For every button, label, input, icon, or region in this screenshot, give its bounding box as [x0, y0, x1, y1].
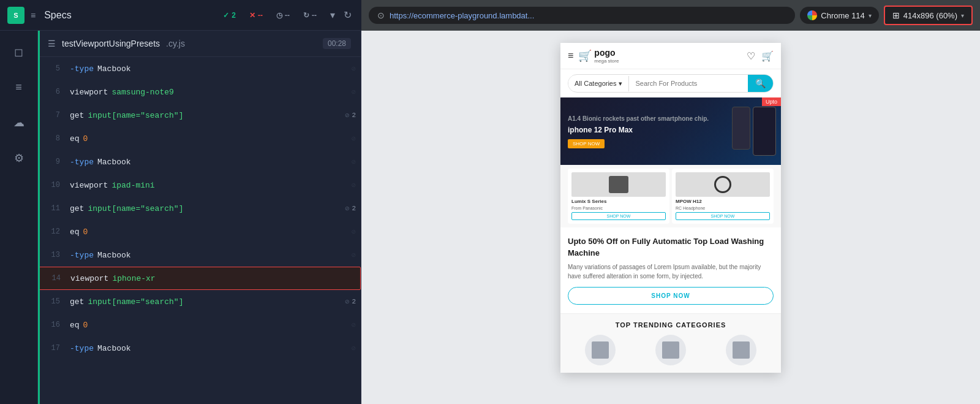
trending-item-2 [638, 335, 704, 365]
mini-card-mpow: MPOW H12 RC Headphone SHOP NOW [672, 169, 774, 224]
code-line-9[interactable]: 9-typeMacbook⊘ [38, 150, 361, 173]
sidebar-icon-settings[interactable]: ⚙ [9, 147, 29, 170]
line-content: eq0 [70, 134, 352, 143]
store-search-bar[interactable]: All Categories ▾ 🔍 [568, 74, 774, 93]
code-token: viewport [70, 181, 108, 190]
code-line-7[interactable]: 7getinput[name="search"]⊘ 2 [38, 104, 361, 127]
line-eye: ⊘ [352, 181, 356, 190]
reload-button[interactable]: ↻ [341, 7, 354, 23]
sidebar-icon-list[interactable]: ≡ [10, 76, 27, 99]
banner-phones [732, 107, 781, 156]
trending-item-3 [708, 335, 774, 365]
sidebar-icon-file[interactable]: ◻ [9, 40, 28, 64]
line-eye: ⊘ [352, 227, 356, 237]
search-button[interactable]: 🔍 [748, 75, 773, 92]
category-label: All Categories [575, 80, 616, 87]
code-line-14[interactable]: 14viewportiphone-xr [38, 267, 361, 290]
hamburger-icon[interactable]: ≡ [31, 10, 36, 20]
trending-section: TOP TRENDING CATEGORIES [560, 313, 781, 373]
mpow-shop-btn[interactable]: SHOP NOW [676, 212, 770, 220]
code-token: 0 [83, 321, 88, 330]
status-badges: ✓ 2 ✕ -- ◷ -- ↻ -- [218, 9, 322, 21]
sidebar-icons: ◻ ≡ ☁ ⚙ [0, 31, 38, 404]
code-line-17[interactable]: 17-typeMacbook⊘ [38, 337, 361, 360]
promo-title: Upto 50% Off on Fully Automatic Top Load… [568, 236, 774, 258]
chrome-icon [807, 10, 817, 20]
banner-product-name: iphone 12 Pro Max [568, 126, 725, 135]
lumix-shop-btn[interactable]: SHOP NOW [571, 212, 666, 220]
browser-chrome: ⊙ https://ecommerce-playground.lambdat..… [361, 0, 980, 31]
code-token: eq [70, 321, 80, 330]
line-number: 10 [38, 181, 60, 189]
code-line-11[interactable]: 11getinput[name="search"]⊘ 2 [38, 197, 361, 220]
code-token: samsung-note9 [111, 88, 173, 97]
url-bar[interactable]: ⊙ https://ecommerce-playground.lambdat..… [369, 7, 795, 24]
trending-circle-2 [655, 335, 686, 365]
pass-badge: ✓ 2 [218, 9, 241, 21]
lumix-sub: From Panasonic [571, 206, 666, 210]
line-number: 15 [38, 297, 60, 306]
viewport-badge[interactable]: ⊞ 414x896 (60%) ▾ [884, 6, 973, 25]
code-token: 0 [83, 227, 88, 237]
line-number: 9 [38, 158, 60, 166]
line-number: 6 [38, 88, 60, 96]
file-timer: 00:28 [323, 38, 351, 49]
line-content: -typeMacbook [70, 64, 352, 74]
code-line-5[interactable]: 5-typeMacbook⊘ [38, 57, 361, 80]
banner-upto-label: Upto [762, 97, 781, 106]
banner-chip-text: A1.4 Bionic rockets past other smartphon… [568, 115, 725, 123]
code-line-10[interactable]: 10viewportipad-mini⊘ [38, 173, 361, 197]
cart-icon: 🛒 [578, 49, 592, 63]
wishlist-icon[interactable]: ♡ [747, 50, 755, 62]
code-token: iphone-xr [112, 274, 155, 283]
code-token: viewport [70, 88, 108, 97]
file-ext: .cy.js [166, 39, 185, 48]
headphone-icon [714, 176, 731, 193]
fail-badge: ✕ -- [244, 9, 268, 21]
line-content: -typeMacbook [70, 344, 352, 353]
line-content: viewportipad-mini [70, 181, 352, 190]
code-line-13[interactable]: 13-typeMacbook⊘ [38, 243, 361, 267]
line-number: 12 [38, 227, 60, 236]
browser-content: ≡ 🛒 pogo mega store ♡ 🛒 All Categories [361, 31, 980, 404]
line-eye: ⊘ [352, 158, 356, 167]
code-line-16[interactable]: 16eq0⊘ [38, 313, 361, 337]
promo-shop-btn[interactable]: SHOP NOW [568, 287, 774, 305]
mpow-brand: MPOW H12 [676, 199, 770, 204]
code-token: input[name="search"] [88, 204, 183, 213]
url-icon: ⊙ [377, 10, 385, 20]
dropdown-button[interactable]: ▾ [328, 7, 337, 23]
trending-icon-1 [592, 341, 609, 359]
app-logo: S [7, 7, 24, 24]
viewport-icon: ⊞ [892, 10, 900, 20]
line-content: viewportiphone-xr [70, 274, 355, 283]
sidebar-icon-bug[interactable]: ☁ [9, 111, 29, 134]
code-token: get [70, 111, 84, 120]
line-eye: ⊘ [352, 134, 356, 143]
code-area: 5-typeMacbook⊘6viewportsamsung-note9⊘7ge… [38, 57, 361, 404]
code-line-8[interactable]: 8eq0⊘ [38, 127, 361, 150]
trending-items [568, 335, 774, 365]
mini-card-lumix: Lumix S Series From Panasonic SHOP NOW [568, 169, 669, 224]
category-dropdown[interactable]: All Categories ▾ [568, 76, 629, 91]
cart-count-icon[interactable]: 🛒 [761, 50, 774, 62]
line-content: getinput[name="search"] [70, 204, 345, 213]
line-content: -typeMacbook [70, 251, 352, 260]
code-line-6[interactable]: 6viewportsamsung-note9⊘ [38, 80, 361, 104]
store-banner: Upto A1.4 Bionic rockets past other smar… [560, 97, 781, 165]
line-content: viewportsamsung-note9 [70, 88, 352, 97]
line-content: getinput[name="search"] [70, 297, 345, 307]
banner-shop-btn[interactable]: SHOP NOW [568, 139, 605, 148]
top-bar-actions: ▾ ↻ [328, 7, 354, 23]
store-logo-text: pogo mega store [594, 48, 619, 64]
line-number: 14 [39, 274, 61, 283]
search-input[interactable] [629, 76, 748, 91]
code-token: input[name="search"] [88, 111, 183, 120]
code-line-12[interactable]: 12eq0⊘ [38, 220, 361, 243]
store-menu-icon[interactable]: ≡ [568, 50, 573, 61]
mobile-preview: ≡ 🛒 pogo mega store ♡ 🛒 All Categories [560, 43, 781, 373]
code-line-15[interactable]: 15getinput[name="search"]⊘ 2 [38, 290, 361, 313]
code-token: -type [70, 64, 94, 74]
line-content: -typeMacbook [70, 158, 352, 167]
code-token: get [70, 297, 84, 307]
